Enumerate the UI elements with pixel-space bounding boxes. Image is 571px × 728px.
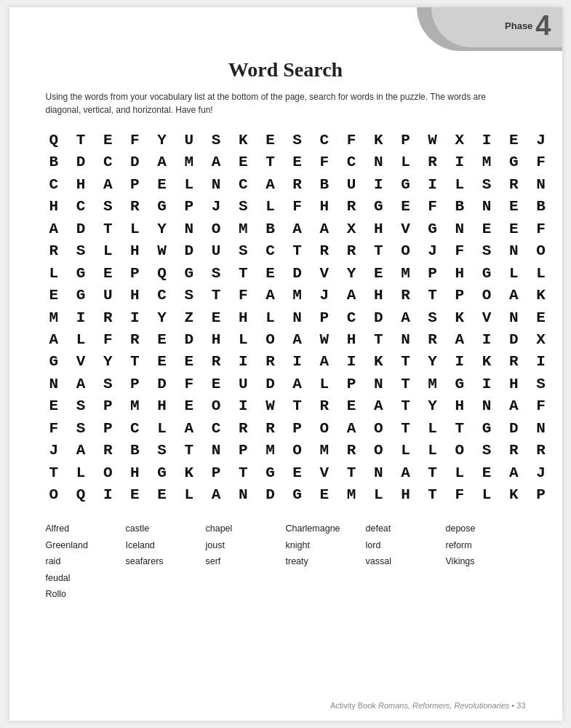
phase-banner: Phase 4 xyxy=(417,7,562,51)
footer-text: Activity Book xyxy=(330,701,378,710)
grid-row: C H A P E L N C A R B U I G I L S R N xyxy=(49,174,526,196)
grid-row: B D C D A M A E T E F C N L R I M G F xyxy=(49,151,526,173)
grid-row: E S P M H E O I W T R E A T Y H N A F xyxy=(49,395,526,417)
vocab-word: depose xyxy=(446,521,504,537)
page-title: Word Search xyxy=(46,58,526,82)
page: Phase 4 Word Search Using the words from… xyxy=(9,7,562,721)
vocab-column: AlfredGreenlandraid xyxy=(46,521,104,570)
vocab-word: seafarers xyxy=(126,553,184,570)
grid-row: F S P C L A C R R P O A O T L T G D N xyxy=(49,418,526,440)
grid-row: R S L H W D U S C T R R T O J F S N O xyxy=(49,240,526,262)
grid-row: H C S R G P J S L F H R G E F B N E B xyxy=(49,196,526,218)
footer: Activity Book Romans, Reformers, Revolut… xyxy=(330,701,526,710)
grid-row: M I R I Y Z E H L N P C D A S K V N E xyxy=(49,307,526,329)
vocab-word: defeat xyxy=(366,521,424,537)
vocab-word: Rollo xyxy=(46,586,104,603)
vocab-column: castleIcelandseafarers xyxy=(126,521,184,570)
vocab-column: deposereformVikings xyxy=(446,521,504,570)
grid-row: E G U H C S T F A M J A H R T P O A K xyxy=(49,285,526,306)
word-search-grid: Q T E F Y U S K E S C F K P W X I E JB D… xyxy=(49,130,526,506)
grid-row: O Q I E E L A N D G E M L H T F L K P xyxy=(49,484,526,506)
vocab-column: defeatlordvassal xyxy=(366,521,424,570)
grid-row: Q T E F Y U S K E S C F K P W X I E J xyxy=(49,130,526,151)
vocab-word: lord xyxy=(366,537,424,554)
vocab-word: treaty xyxy=(286,553,344,570)
vocab-column: feudalRollo xyxy=(46,570,104,603)
vocab-word: Vikings xyxy=(446,553,504,570)
vocab-word: raid xyxy=(46,553,104,570)
grid-row: G V Y T E E R I R I A I K T Y I K R I xyxy=(49,351,526,373)
vocab-word: chapel xyxy=(206,521,264,537)
phase-number: 4 xyxy=(535,12,551,39)
grid-row: J A R B S T N P M O M R O L L O S R R xyxy=(49,440,526,462)
grid-row: A D T L Y N O M B A A X H V G N E E F xyxy=(49,218,526,240)
phase-label: Phase xyxy=(505,20,532,31)
vocab-column: Charlemagneknighttreaty xyxy=(286,521,344,570)
vocab-column: chapeljoustserf xyxy=(206,521,264,570)
vocab-section: AlfredGreenlandraidcastleIcelandseafarer… xyxy=(46,521,526,603)
vocab-word: castle xyxy=(126,521,184,537)
vocab-word: reform xyxy=(446,537,504,554)
vocab-word: feudal xyxy=(46,570,104,587)
grid-row: N A S P D F E U D A L P N T M G I H S xyxy=(49,373,526,395)
vocab-word: Alfred xyxy=(46,521,104,537)
grid-row: L G E P Q G S T E D V Y E M P H G L L xyxy=(49,263,526,285)
footer-italic: Romans, Reformers, Revolutionaries xyxy=(378,701,509,710)
instructions: Using the words from your vocabulary lis… xyxy=(46,90,511,116)
footer-page: • 33 xyxy=(509,701,525,710)
vocab-word: serf xyxy=(206,553,264,570)
vocab-word: vassal xyxy=(366,553,424,570)
vocab-word: knight xyxy=(286,537,344,554)
vocab-word: joust xyxy=(206,537,264,554)
vocab-word: Greenland xyxy=(46,537,104,554)
grid-row: T L O H G K P T G E V T N A T L E A J xyxy=(49,462,526,484)
vocab-word: Charlemagne xyxy=(286,521,344,537)
vocab-word: Iceland xyxy=(126,537,184,554)
grid-row: A L F R E D H L O A W H T N R A I D X xyxy=(49,329,526,351)
